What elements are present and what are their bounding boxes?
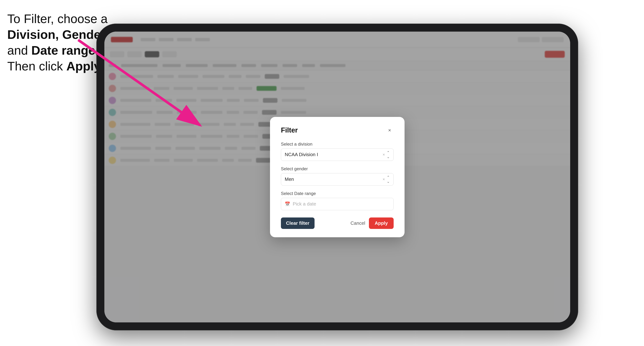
division-label: Select a division [281,142,394,147]
instruction-text: To Filter, choose a Division, Gender and… [7,11,109,74]
date-input[interactable]: 📅 Pick a date [281,198,394,210]
modal-close-button[interactable]: × [386,126,394,134]
filter-modal: Filter × Select a division NCAA Division… [270,117,404,237]
date-label: Select Date range [281,191,394,196]
division-form-group: Select a division NCAA Division I × ⌃⌄ [281,142,394,161]
gender-select-controls: × ⌃⌄ [382,175,390,184]
date-form-group: Select Date range 📅 Pick a date [281,191,394,210]
modal-title: Filter [281,126,298,134]
apply-button[interactable]: Apply [369,217,394,229]
modal-overlay: Filter × Select a division NCAA Division… [104,32,570,322]
modal-footer-right: Cancel Apply [350,217,394,229]
calendar-icon: 📅 [285,201,290,207]
tablet-device: Filter × Select a division NCAA Division… [96,24,578,330]
division-select-value: NCAA Division I [285,152,318,157]
date-placeholder: Pick a date [293,201,316,207]
division-clear-icon[interactable]: × [382,152,385,157]
gender-clear-icon[interactable]: × [382,177,385,182]
clear-filter-button[interactable]: Clear filter [281,217,314,229]
gender-arrow-icon: ⌃⌄ [387,175,390,184]
instruction-daterange: Date range. [31,43,98,57]
gender-select[interactable]: Men × ⌃⌄ [281,173,394,185]
tablet-screen: Filter × Select a division NCAA Division… [104,32,570,322]
cancel-button[interactable]: Cancel [350,220,365,226]
gender-form-group: Select gender Men × ⌃⌄ [281,166,394,185]
division-arrow-icon: ⌃⌄ [387,150,390,159]
modal-header: Filter × [281,126,394,134]
instruction-filter-bold: Filter, [24,12,54,26]
gender-select-value: Men [285,176,294,182]
instruction-division-gender: Division, Gender [7,28,106,41]
division-select-controls: × ⌃⌄ [382,150,390,159]
tablet-frame: Filter × Select a division NCAA Division… [96,24,578,330]
division-select[interactable]: NCAA Division I × ⌃⌄ [281,149,394,161]
modal-footer: Clear filter Cancel Apply [281,217,394,229]
gender-label: Select gender [281,166,394,171]
